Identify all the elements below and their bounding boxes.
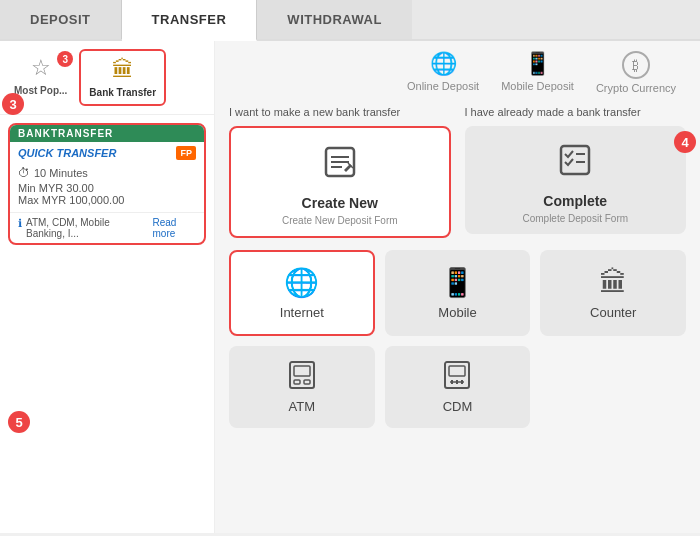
bank-transfer-label: Bank Transfer: [89, 87, 156, 98]
create-new-label: Create New: [302, 195, 378, 211]
channel-atm[interactable]: ATM: [229, 346, 375, 428]
cdm-label: CDM: [443, 399, 473, 414]
counter-icon: 🏛: [599, 266, 627, 299]
complete-card[interactable]: Complete Complete Deposit Form: [465, 126, 687, 234]
star-icon: ☆: [31, 55, 51, 81]
btc-icon: ₿: [622, 51, 650, 79]
mobile-icon: 📱: [524, 51, 551, 77]
content-area: 4 🌐 Online Deposit 📱 Mobile Deposit ₿ Cr…: [215, 41, 700, 533]
cdm-icon: [442, 360, 472, 393]
complete-title: I have already made a bank transfer: [465, 106, 687, 118]
payment-methods-row: ☆ Most Pop... 3 🏛 Bank Transfer: [0, 41, 214, 115]
channel-cdm[interactable]: CDM: [385, 346, 531, 428]
step5-badge: 5: [8, 411, 30, 433]
card-max: Max MYR 100,000.00: [18, 194, 196, 206]
svg-rect-10: [294, 380, 300, 384]
create-new-subtitle: Create New Deposit Form: [282, 215, 398, 226]
card-details: ⏱ 10 Minutes Min MYR 30.00 Max MYR 100,0…: [10, 164, 204, 212]
channel-grid: 🌐 Internet 📱 Mobile 🏛 Counter: [229, 250, 686, 428]
create-new-card[interactable]: Create New Create New Deposit Form: [229, 126, 451, 238]
pt-mobile-deposit[interactable]: 📱 Mobile Deposit: [501, 51, 574, 94]
card-min: Min MYR 30.00: [18, 182, 196, 194]
tab-withdrawal[interactable]: WITHDRAWAL: [257, 0, 412, 39]
payment-types-row: 🌐 Online Deposit 📱 Mobile Deposit ₿ Cryp…: [229, 51, 686, 94]
svg-rect-9: [294, 366, 310, 376]
step4-badge: 4: [674, 131, 696, 153]
svg-rect-5: [561, 146, 589, 174]
channel-mobile[interactable]: 📱 Mobile: [385, 250, 531, 336]
pm-bank-transfer[interactable]: 🏛 Bank Transfer: [79, 49, 166, 106]
sidebar: 3 ☆ Most Pop... 3 🏛 Bank Transfer BANKTR…: [0, 41, 215, 533]
counter-label: Counter: [590, 305, 636, 320]
channel-internet[interactable]: 🌐 Internet: [229, 250, 375, 336]
card-note-text: ATM, CDM, Mobile Banking, I...: [26, 217, 149, 239]
create-new-col: I want to make a new bank transfer Creat…: [229, 106, 451, 238]
internet-label: Internet: [280, 305, 324, 320]
globe-icon: 🌐: [430, 51, 457, 77]
atm-icon: [287, 360, 317, 393]
card-note: ℹ ATM, CDM, Mobile Banking, I... Read mo…: [10, 212, 204, 243]
card-time: 10 Minutes: [34, 167, 88, 179]
step3-badge: 3: [2, 93, 24, 115]
transfer-section: I want to make a new bank transfer Creat…: [229, 106, 686, 238]
svg-rect-11: [304, 380, 310, 384]
mobile-deposit-label: Mobile Deposit: [501, 80, 574, 92]
most-popular-label: Most Pop...: [14, 85, 67, 96]
tab-transfer[interactable]: TRANSFER: [122, 0, 258, 41]
checklist-icon: [557, 142, 593, 185]
clock-icon: ⏱: [18, 166, 30, 180]
mobile-channel-label: Mobile: [438, 305, 476, 320]
internet-icon: 🌐: [284, 266, 319, 299]
quick-transfer-label: QUICK TRANSFER: [18, 147, 116, 159]
bank-card: BANKTRANSFER QUICK TRANSFER FP ⏱ 10 Minu…: [8, 123, 206, 245]
pt-crypto[interactable]: ₿ Crypto Currency: [596, 51, 676, 94]
badge-3: 3: [57, 51, 73, 67]
channel-counter[interactable]: 🏛 Counter: [540, 250, 686, 336]
complete-col: I have already made a bank transfer Comp…: [465, 106, 687, 238]
tab-deposit[interactable]: DEPOSIT: [0, 0, 122, 39]
read-more-link[interactable]: Read more: [153, 217, 197, 239]
online-deposit-label: Online Deposit: [407, 80, 479, 92]
edit-form-icon: [322, 144, 358, 187]
mobile-channel-icon: 📱: [440, 266, 475, 299]
create-new-title: I want to make a new bank transfer: [229, 106, 451, 118]
tabs-bar: DEPOSIT TRANSFER WITHDRAWAL: [0, 0, 700, 41]
complete-label: Complete: [543, 193, 607, 209]
card-fp-row: QUICK TRANSFER FP: [10, 142, 204, 164]
info-icon: ℹ: [18, 217, 22, 230]
bank-icon: 🏛: [112, 57, 134, 83]
crypto-label: Crypto Currency: [596, 82, 676, 94]
complete-subtitle: Complete Deposit Form: [522, 213, 628, 224]
card-header: BANKTRANSFER: [10, 125, 204, 142]
svg-rect-13: [449, 366, 465, 376]
pt-online-deposit[interactable]: 🌐 Online Deposit: [407, 51, 479, 94]
fp-logo: FP: [176, 146, 196, 160]
atm-label: ATM: [289, 399, 315, 414]
